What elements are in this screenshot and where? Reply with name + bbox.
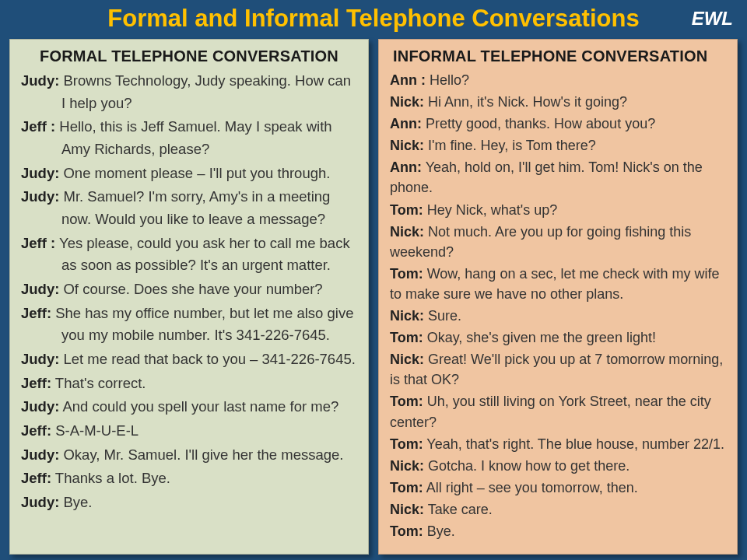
informal-lines: Ann : Hello?Nick: Hi Ann, it's Nick. How…	[390, 70, 726, 541]
speaker-label: Tom:	[390, 330, 423, 345]
dialogue-text: Take care.	[424, 502, 493, 517]
dialogue-line: Tom: Uh, you still living on York Street…	[390, 391, 726, 432]
dialogue-line: Tom: All right – see you tomorrow, then.	[390, 478, 726, 498]
formal-panel: FORMAL TELEPHONE CONVERSATION Judy: Brow…	[9, 39, 369, 555]
dialogue-line: Jeff: S-A-M-U-E-L	[21, 420, 357, 443]
speaker-label: Tom:	[390, 394, 423, 409]
speaker-label: Tom:	[390, 436, 423, 452]
dialogue-text: Let me read that back to you – 341-226-7…	[59, 351, 356, 367]
speaker-label: Nick:	[390, 224, 424, 240]
dialogue-line: Ann: Pretty good, thanks. How about you?	[390, 114, 726, 134]
speaker-label: Nick:	[390, 458, 424, 474]
dialogue-text: Pretty good, thanks. How about you?	[422, 116, 655, 131]
speaker-label: Nick:	[390, 94, 424, 110]
dialogue-line: Jeff: Thanks a lot. Bye.	[21, 467, 357, 490]
speaker-label: Jeff:	[21, 470, 51, 486]
dialogue-line: Nick: Hi Ann, it's Nick. How's it going?	[390, 92, 726, 112]
dialogue-text: Sure.	[424, 308, 461, 324]
dialogue-text: Yeah, hold on, I'll get him. Tom! Nick's…	[390, 159, 703, 195]
dialogue-line: Nick: Not much. Are you up for going fis…	[390, 222, 726, 262]
dialogue-line: Judy: Okay, Mr. Samuel. I'll give her th…	[21, 444, 357, 467]
dialogue-text: Bye.	[423, 523, 455, 539]
dialogue-text: Uh, you still living on York Street, nea…	[390, 394, 711, 429]
dialogue-text: Thanks a lot. Bye.	[51, 470, 170, 486]
page-title: Formal and Informal Telephone Conversati…	[0, 0, 747, 39]
dialogue-text: S-A-M-U-E-L	[51, 422, 139, 439]
informal-panel: INFORMAL TELEPHONE CONVERSATION Ann : He…	[378, 39, 738, 555]
dialogue-line: Jeff : Hello, this is Jeff Samuel. May I…	[21, 116, 357, 160]
dialogue-line: Judy: Of course. Does she have your numb…	[21, 278, 357, 301]
informal-heading: INFORMAL TELEPHONE CONVERSATION	[390, 47, 726, 65]
speaker-label: Judy:	[21, 72, 59, 89]
ewl-badge: EWL	[692, 8, 733, 30]
speaker-label: Nick:	[390, 352, 424, 367]
speaker-label: Jeff :	[21, 118, 55, 135]
dialogue-line: Tom: Wow, hang on a sec, let me check wi…	[390, 264, 726, 304]
dialogue-line: Jeff: That's correct.	[21, 373, 357, 395]
dialogue-text: Browns Technology, Judy speaking. How ca…	[59, 72, 351, 111]
dialogue-line: Jeff : Yes please, could you ask her to …	[21, 233, 357, 277]
speaker-label: Judy:	[21, 446, 59, 463]
dialogue-text: She has my office number, but let me als…	[51, 305, 353, 344]
speaker-label: Judy:	[21, 281, 59, 297]
dialogue-text: Of course. Does she have your number?	[59, 281, 322, 297]
speaker-label: Judy:	[21, 188, 59, 205]
speaker-label: Nick:	[390, 308, 424, 324]
dialogue-line: Ann : Hello?	[390, 70, 726, 90]
speaker-label: Judy:	[21, 165, 59, 181]
speaker-label: Jeff:	[21, 422, 51, 439]
formal-lines: Judy: Browns Technology, Judy speaking. …	[21, 70, 357, 514]
dialogue-text: Bye.	[59, 494, 92, 510]
dialogue-text: Hey Nick, what's up?	[423, 202, 558, 218]
speaker-label: Judy:	[21, 494, 59, 510]
dialogue-line: Nick: I'm fine. Hey, is Tom there?	[390, 135, 726, 156]
dialogue-line: Judy: Let me read that back to you – 341…	[21, 348, 357, 371]
dialogue-line: Nick: Sure.	[390, 306, 726, 326]
dialogue-text: I'm fine. Hey, is Tom there?	[424, 138, 596, 153]
dialogue-text: All right – see you tomorrow, then.	[423, 480, 638, 495]
dialogue-text: Yeah, that's right. The blue house, numb…	[423, 436, 724, 452]
speaker-label: Ann:	[390, 116, 422, 131]
formal-heading: FORMAL TELEPHONE CONVERSATION	[21, 47, 357, 65]
dialogue-text: One moment please – I'll put you through…	[59, 165, 330, 181]
dialogue-line: Judy: And could you spell your last name…	[21, 396, 357, 418]
dialogue-line: Tom: Yeah, that's right. The blue house,…	[390, 434, 726, 454]
speaker-label: Jeff:	[21, 375, 51, 391]
speaker-label: Ann:	[390, 159, 422, 175]
dialogue-line: Tom: Okay, she's given me the green ligh…	[390, 327, 726, 348]
speaker-label: Jeff:	[21, 305, 51, 321]
speaker-label: Jeff :	[21, 235, 55, 251]
dialogue-text: Yes please, could you ask her to call me…	[55, 235, 349, 274]
dialogue-line: Judy: Bye.	[21, 492, 357, 514]
dialogue-text: Gotcha. I know how to get there.	[424, 458, 630, 474]
dialogue-text: Okay, Mr. Samuel. I'll give her the mess…	[59, 446, 343, 463]
dialogue-line: Nick: Take care.	[390, 499, 726, 520]
dialogue-line: Tom: Hey Nick, what's up?	[390, 200, 726, 220]
dialogue-line: Tom: Bye.	[390, 521, 726, 541]
speaker-label: Tom:	[390, 266, 423, 282]
speaker-label: Nick:	[390, 138, 424, 153]
dialogue-line: Nick: Great! We'll pick you up at 7 tomo…	[390, 349, 726, 390]
dialogue-text: That's correct.	[51, 375, 146, 391]
speaker-label: Tom:	[390, 480, 423, 495]
speaker-label: Tom:	[390, 523, 423, 539]
dialogue-line: Judy: Browns Technology, Judy speaking. …	[21, 70, 357, 114]
speaker-label: Judy:	[21, 398, 59, 415]
dialogue-text: Not much. Are you up for going fishing t…	[390, 224, 691, 260]
dialogue-line: Nick: Gotcha. I know how to get there.	[390, 456, 726, 476]
dialogue-line: Jeff: She has my office number, but let …	[21, 303, 357, 347]
dialogue-text: Great! We'll pick you up at 7 tomorrow m…	[390, 352, 723, 387]
dialogue-line: Ann: Yeah, hold on, I'll get him. Tom! N…	[390, 157, 726, 198]
speaker-label: Nick:	[390, 502, 424, 517]
columns: FORMAL TELEPHONE CONVERSATION Judy: Brow…	[0, 39, 747, 560]
dialogue-text: Mr. Samuel? I'm sorry, Amy's in a meetin…	[59, 188, 330, 227]
speaker-label: Ann :	[390, 72, 426, 88]
dialogue-line: Judy: One moment please – I'll put you t…	[21, 163, 357, 185]
speaker-label: Tom:	[390, 202, 423, 218]
dialogue-text: Hello?	[426, 72, 469, 88]
dialogue-text: Okay, she's given me the green light!	[423, 330, 656, 345]
dialogue-line: Judy: Mr. Samuel? I'm sorry, Amy's in a …	[21, 186, 357, 230]
speaker-label: Judy:	[21, 351, 59, 367]
dialogue-text: Hello, this is Jeff Samuel. May I speak …	[55, 118, 331, 157]
dialogue-text: Hi Ann, it's Nick. How's it going?	[424, 94, 627, 110]
